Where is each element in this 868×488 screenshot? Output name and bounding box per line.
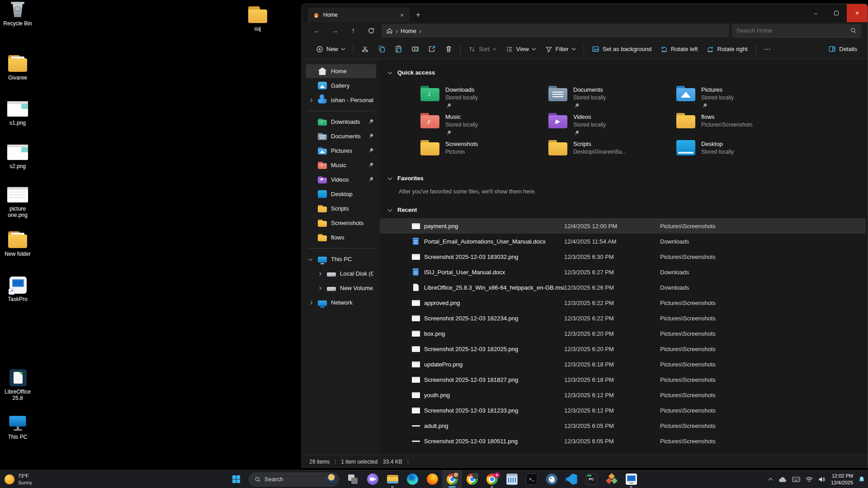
recent-file-row[interactable]: bod.png 12/3/2025 6:03 PM Pictures\Scree… — [380, 449, 866, 455]
maximize-button[interactable] — [826, 4, 847, 22]
recent-file-row[interactable]: approved.png 12/3/2025 6:22 PM Pictures\… — [380, 295, 866, 310]
cut-button[interactable] — [357, 42, 373, 56]
sidebar-item[interactable]: Network — [306, 296, 376, 310]
recent-file-row[interactable]: Screenshot 2025-12-03 182234.png 12/3/20… — [380, 310, 866, 326]
quick-access-tile[interactable]: Desktop Stored locally — [676, 138, 804, 165]
desktop-icon[interactable]: New folder — [0, 230, 35, 258]
breadcrumb[interactable]: Home — [382, 24, 729, 38]
chevron-down-icon[interactable] — [387, 175, 393, 181]
favorites-header[interactable]: Favorites — [387, 172, 868, 184]
start-button[interactable] — [227, 470, 245, 488]
desktop-icon[interactable]: LibreOffice 25.8 — [0, 368, 35, 402]
sidebar-item[interactable]: Desktop — [306, 187, 376, 201]
bell-icon[interactable] — [858, 470, 865, 488]
quick-access-tile[interactable]: Pictures Stored locally — [676, 84, 804, 111]
sidebar-item[interactable]: Downloads — [306, 115, 376, 129]
sidebar-item[interactable]: flows — [306, 230, 376, 244]
minimize-button[interactable] — [805, 4, 826, 22]
onedrive-icon[interactable] — [778, 470, 787, 488]
taskbar-app-icon[interactable] — [382, 470, 402, 488]
taskbar-app-icon[interactable] — [581, 470, 601, 488]
taskbar-app-icon[interactable] — [601, 470, 621, 488]
sidebar-item[interactable]: ishan - Personal — [306, 93, 376, 107]
quick-access-tile[interactable]: Screenshots Pictures — [420, 138, 548, 165]
forward-button[interactable] — [327, 24, 343, 38]
rename-button[interactable]: A — [407, 42, 423, 56]
recent-file-row[interactable]: box.png 12/3/2025 6:20 PM Pictures\Scree… — [380, 326, 866, 341]
quick-access-tile[interactable]: Downloads Stored locally — [420, 84, 548, 111]
quick-access-tile[interactable]: Videos Stored locally — [548, 111, 676, 138]
sidebar-item[interactable]: Screenshots — [306, 216, 376, 230]
chevron-down-icon[interactable] — [387, 207, 393, 212]
sidebar-item[interactable]: Pictures — [306, 144, 376, 158]
sidebar-item[interactable]: Videos — [306, 173, 376, 187]
taskbar-app-icon[interactable] — [561, 470, 581, 488]
expand-chevron-icon[interactable] — [317, 286, 323, 291]
recent-file-row[interactable]: youth.png 12/3/2025 6:12 PM Pictures\Scr… — [380, 387, 866, 403]
quick-access-header[interactable]: Quick access — [387, 66, 868, 78]
recent-file-row[interactable]: updatePro.png 12/3/2025 6:18 PM Pictures… — [380, 357, 866, 372]
desktop-icon-isij[interactable]: isij — [240, 5, 275, 33]
copy-button[interactable] — [374, 42, 390, 56]
taskbar-app-icon[interactable] — [462, 470, 482, 488]
recent-header[interactable]: Recent — [387, 204, 868, 216]
recent-file-row[interactable]: Portal_Email_Automations_User_Manual.doc… — [380, 234, 866, 249]
taskbar-app-icon[interactable] — [522, 470, 542, 488]
taskbar-app-icon[interactable] — [542, 470, 561, 488]
quick-access-tile[interactable]: Scripts Desktop\Givaree\Ba... — [548, 138, 676, 165]
keyboard-icon[interactable] — [792, 470, 800, 488]
taskbar-app-icon[interactable]: S — [482, 470, 502, 488]
expand-chevron-icon[interactable] — [317, 271, 323, 277]
close-button[interactable] — [847, 4, 868, 22]
sort-button[interactable]: Sort — [464, 42, 501, 56]
tray-chevron-up-icon[interactable] — [768, 470, 774, 488]
sidebar-item[interactable]: Scripts — [306, 202, 376, 216]
volume-icon[interactable] — [818, 470, 826, 488]
recent-file-row[interactable]: Screenshot 2025-12-03 181827.png 12/3/20… — [380, 372, 866, 387]
desktop-icon[interactable]: picture one.png — [0, 185, 35, 219]
wifi-icon[interactable] — [805, 470, 813, 488]
taskbar-app-icon[interactable] — [442, 470, 462, 488]
paste-button[interactable] — [391, 42, 406, 56]
recent-file-row[interactable]: LibreOffice_25.8.3_Win_x86-64_helppack_e… — [380, 280, 866, 295]
refresh-button[interactable] — [363, 24, 379, 38]
sidebar-item[interactable]: Gallery — [306, 79, 376, 93]
quick-access-tile[interactable]: Documents Stored locally — [548, 84, 676, 111]
see-more-button[interactable] — [760, 42, 775, 56]
recent-file-row[interactable]: Screenshot 2025-12-03 180511.png 12/3/20… — [380, 433, 866, 449]
desktop-icon[interactable]: s2.png — [0, 143, 35, 170]
filter-button[interactable]: Filter — [541, 42, 580, 56]
clock[interactable]: 12:02 PM 12/4/2025 — [831, 473, 853, 486]
recent-file-row[interactable]: Screenshot 2025-12-03 183032.png 12/3/20… — [380, 249, 866, 264]
sidebar-item[interactable]: Home — [306, 64, 376, 78]
taskbar-app-icon[interactable] — [621, 470, 641, 488]
sidebar-item[interactable]: Local Disk (C:) — [315, 267, 376, 281]
sidebar-item[interactable]: Music — [306, 158, 376, 172]
chevron-down-icon[interactable] — [387, 70, 393, 75]
taskbar-app-icon[interactable] — [343, 470, 363, 488]
taskbar-app-icon[interactable] — [502, 470, 522, 488]
desktop-icon[interactable]: This PC — [0, 413, 35, 441]
recent-file-row[interactable]: adult.png 12/3/2025 6:05 PM Pictures\Scr… — [380, 418, 866, 433]
search-input[interactable] — [736, 27, 850, 34]
back-button[interactable] — [309, 24, 325, 38]
details-button[interactable]: Details — [824, 42, 861, 56]
recent-file-row[interactable]: payment.png 12/4/2025 12:00 PM Pictures\… — [380, 218, 866, 234]
tab-home[interactable]: Home — [307, 8, 410, 22]
expand-chevron-icon[interactable] — [308, 98, 314, 103]
new-button[interactable]: New — [312, 42, 349, 56]
breadcrumb-segment-home[interactable]: Home — [401, 28, 416, 34]
new-tab-button[interactable] — [412, 9, 424, 21]
share-button[interactable] — [424, 42, 440, 56]
expand-chevron-icon[interactable] — [308, 300, 314, 305]
weather-widget[interactable]: 73°F Sunny — [5, 470, 32, 488]
taskbar-search[interactable]: Search — [249, 473, 339, 486]
view-button[interactable]: View — [502, 42, 540, 56]
taskbar-app-icon[interactable] — [363, 470, 382, 488]
recent-file-row[interactable]: Screenshot 2025-12-03 181233.png 12/3/20… — [380, 403, 866, 418]
sidebar-item[interactable]: Documents — [306, 129, 376, 143]
up-button[interactable] — [345, 24, 361, 38]
tab-close-icon[interactable] — [398, 11, 406, 19]
rotate-right-button[interactable]: Rotate right — [703, 42, 751, 56]
sidebar-item[interactable]: This PC — [306, 252, 376, 266]
